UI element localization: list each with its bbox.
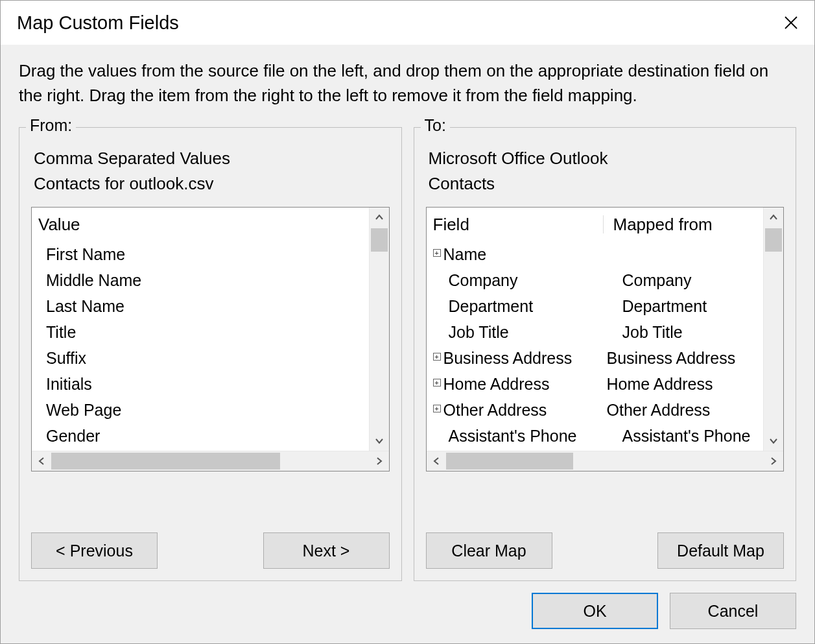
from-legend: From: bbox=[26, 116, 76, 135]
to-field-label: Assistant's Phone bbox=[427, 427, 622, 446]
to-panel: To: Microsoft Office Outlook Contacts Fi… bbox=[414, 127, 797, 581]
from-panel: From: Comma Separated Values Contacts fo… bbox=[19, 127, 402, 581]
list-item[interactable]: Middle Name bbox=[32, 267, 369, 293]
clear-map-button[interactable]: Clear Map bbox=[426, 532, 552, 569]
from-source-file: Contacts for outlook.csv bbox=[31, 171, 390, 197]
from-item-label: Web Page bbox=[32, 401, 121, 420]
to-listbox[interactable]: Field Mapped from Name bbox=[426, 207, 785, 471]
to-field-label: Name bbox=[443, 245, 487, 264]
to-field-label: Department bbox=[427, 297, 622, 316]
tree-item[interactable]: Job Title Job Title bbox=[427, 319, 764, 345]
list-item[interactable]: Initials bbox=[32, 371, 369, 397]
list-item[interactable]: Web Page bbox=[32, 397, 369, 423]
dialog-footer: OK Cancel bbox=[1, 581, 814, 629]
list-item[interactable]: Gender bbox=[32, 423, 369, 449]
to-mapped-label: Company bbox=[622, 271, 692, 290]
scroll-thumb[interactable] bbox=[51, 453, 280, 470]
scroll-up-icon[interactable] bbox=[370, 208, 389, 227]
from-horizontal-scrollbar[interactable] bbox=[32, 451, 389, 471]
previous-button[interactable]: < Previous bbox=[31, 532, 158, 569]
to-field-label: Job Title bbox=[427, 323, 622, 342]
to-target-folder: Contacts bbox=[426, 171, 785, 197]
to-mapped-label: Other Address bbox=[607, 401, 711, 420]
next-button[interactable]: Next > bbox=[263, 532, 390, 569]
list-item[interactable]: Last Name bbox=[32, 293, 369, 319]
to-mapped-label: Department bbox=[622, 297, 707, 316]
scroll-thumb[interactable] bbox=[446, 453, 573, 470]
close-icon bbox=[784, 16, 798, 30]
to-field-label: Business Address bbox=[443, 349, 573, 368]
list-item[interactable]: Title bbox=[32, 319, 369, 345]
tree-item[interactable]: Name bbox=[427, 241, 764, 267]
to-list-rows: Field Mapped from Name bbox=[427, 208, 764, 451]
to-legend: To: bbox=[421, 116, 450, 135]
from-item-label: Initials bbox=[32, 375, 92, 394]
to-mapped-label: Job Title bbox=[622, 323, 683, 342]
expand-icon[interactable] bbox=[433, 379, 441, 387]
from-listbox[interactable]: Value First Name Middle Name Last Name T… bbox=[31, 207, 390, 471]
dialog-title: Map Custom Fields bbox=[17, 12, 179, 34]
from-vertical-scrollbar[interactable] bbox=[369, 208, 389, 451]
to-horizontal-scrollbar[interactable] bbox=[427, 451, 784, 471]
list-item[interactable]: First Name bbox=[32, 241, 369, 267]
from-item-label: Title bbox=[32, 323, 76, 342]
panels-container: From: Comma Separated Values Contacts fo… bbox=[1, 127, 814, 581]
from-list-header[interactable]: Value bbox=[32, 210, 369, 239]
cancel-button[interactable]: Cancel bbox=[670, 593, 796, 629]
from-item-label: Suffix bbox=[32, 349, 86, 368]
default-map-button[interactable]: Default Map bbox=[657, 532, 784, 569]
tree-item[interactable]: Company Company bbox=[427, 267, 764, 293]
tree-item[interactable]: Other Address Other Address bbox=[427, 397, 764, 423]
to-field-label: Company bbox=[427, 271, 622, 290]
scroll-thumb[interactable] bbox=[371, 228, 388, 252]
scroll-left-icon[interactable] bbox=[32, 451, 51, 471]
tree-item[interactable]: Assistant's Phone Assistant's Phone bbox=[427, 423, 764, 449]
expand-icon[interactable] bbox=[433, 353, 441, 361]
expand-icon[interactable] bbox=[433, 249, 441, 257]
titlebar: Map Custom Fields bbox=[1, 1, 814, 45]
expand-icon[interactable] bbox=[433, 405, 441, 412]
to-list-header[interactable]: Field Mapped from bbox=[427, 210, 764, 239]
to-header-mapped: Mapped from bbox=[607, 215, 713, 235]
to-header-field: Field bbox=[427, 215, 607, 235]
scroll-left-icon[interactable] bbox=[427, 451, 446, 471]
tree-item[interactable]: Business Address Business Address bbox=[427, 345, 764, 371]
from-item-label: Gender bbox=[32, 427, 100, 446]
to-vertical-scrollbar[interactable] bbox=[763, 208, 783, 451]
from-item-label: Middle Name bbox=[32, 271, 141, 290]
tree-item[interactable]: Department Department bbox=[427, 293, 764, 319]
from-item-label: Last Name bbox=[32, 297, 124, 316]
to-target-app: Microsoft Office Outlook bbox=[426, 146, 785, 171]
to-mapped-label: Home Address bbox=[607, 375, 713, 394]
to-field-label: Home Address bbox=[443, 375, 550, 394]
column-divider[interactable] bbox=[603, 215, 604, 233]
ok-button[interactable]: OK bbox=[532, 593, 658, 629]
from-header-value: Value bbox=[32, 215, 80, 235]
scroll-thumb[interactable] bbox=[765, 228, 782, 252]
scroll-down-icon[interactable] bbox=[764, 431, 783, 451]
scroll-down-icon[interactable] bbox=[370, 431, 389, 451]
scroll-right-icon[interactable] bbox=[370, 451, 389, 471]
instructions-text: Drag the values from the source file on … bbox=[1, 45, 814, 114]
to-mapped-label: Business Address bbox=[607, 349, 736, 368]
tree-item[interactable]: Home Address Home Address bbox=[427, 371, 764, 397]
from-list-rows: Value First Name Middle Name Last Name T… bbox=[32, 208, 369, 451]
list-item[interactable]: Suffix bbox=[32, 345, 369, 371]
scroll-up-icon[interactable] bbox=[764, 208, 783, 227]
from-item-label: First Name bbox=[32, 245, 125, 264]
close-button[interactable] bbox=[782, 14, 800, 32]
to-mapped-label: Assistant's Phone bbox=[622, 427, 751, 446]
from-source-type: Comma Separated Values bbox=[31, 146, 390, 171]
to-field-label: Other Address bbox=[443, 401, 547, 420]
map-custom-fields-dialog: Map Custom Fields Drag the values from t… bbox=[0, 0, 815, 644]
scroll-right-icon[interactable] bbox=[764, 451, 783, 471]
